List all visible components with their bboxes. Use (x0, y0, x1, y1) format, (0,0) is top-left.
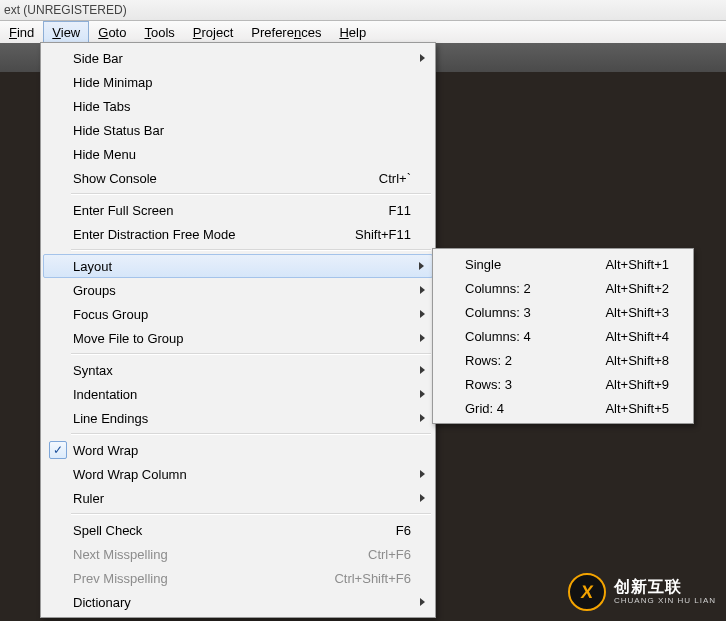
menu-bar: Find View Goto Tools Project Preferences… (0, 21, 726, 44)
chevron-right-icon (420, 310, 425, 318)
layout-submenu: SingleAlt+Shift+1 Columns: 2Alt+Shift+2 … (432, 248, 694, 424)
chevron-right-icon (420, 470, 425, 478)
menu-project[interactable]: Project (184, 21, 242, 43)
chevron-right-icon (420, 366, 425, 374)
item-indentation[interactable]: Indentation (43, 382, 433, 406)
separator (71, 249, 431, 251)
logo-text-pinyin: CHUANG XIN HU LIAN (614, 597, 716, 605)
item-prev-misspelling: Prev MisspellingCtrl+Shift+F6 (43, 566, 433, 590)
logo-icon: X (568, 573, 606, 611)
item-syntax[interactable]: Syntax (43, 358, 433, 382)
window-title: ext (UNREGISTERED) (0, 0, 726, 21)
chevron-right-icon (420, 286, 425, 294)
menu-view[interactable]: View (43, 21, 89, 43)
menu-preferences[interactable]: Preferences (242, 21, 330, 43)
layout-rows-2[interactable]: Rows: 2Alt+Shift+8 (435, 348, 691, 372)
separator (71, 193, 431, 195)
layout-single[interactable]: SingleAlt+Shift+1 (435, 252, 691, 276)
item-dictionary[interactable]: Dictionary (43, 590, 433, 614)
chevron-right-icon (420, 494, 425, 502)
item-enter-distraction-free[interactable]: Enter Distraction Free ModeShift+F11 (43, 222, 433, 246)
item-hide-menu[interactable]: Hide Menu (43, 142, 433, 166)
item-spell-check[interactable]: Spell CheckF6 (43, 518, 433, 542)
item-next-misspelling: Next MisspellingCtrl+F6 (43, 542, 433, 566)
item-line-endings[interactable]: Line Endings (43, 406, 433, 430)
chevron-right-icon (420, 598, 425, 606)
separator (71, 513, 431, 515)
menu-tools[interactable]: Tools (135, 21, 183, 43)
item-side-bar[interactable]: Side Bar (43, 46, 433, 70)
item-ruler[interactable]: Ruler (43, 486, 433, 510)
chevron-right-icon (419, 262, 424, 270)
item-hide-minimap[interactable]: Hide Minimap (43, 70, 433, 94)
view-dropdown: Side Bar Hide Minimap Hide Tabs Hide Sta… (40, 42, 436, 618)
item-hide-tabs[interactable]: Hide Tabs (43, 94, 433, 118)
separator (71, 433, 431, 435)
menu-help[interactable]: Help (330, 21, 375, 43)
chevron-right-icon (420, 390, 425, 398)
item-word-wrap[interactable]: ✓Word Wrap (43, 438, 433, 462)
item-layout[interactable]: Layout (43, 254, 433, 278)
watermark-logo: X 创新互联 CHUANG XIN HU LIAN (568, 573, 716, 611)
chevron-right-icon (420, 54, 425, 62)
layout-rows-3[interactable]: Rows: 3Alt+Shift+9 (435, 372, 691, 396)
layout-columns-2[interactable]: Columns: 2Alt+Shift+2 (435, 276, 691, 300)
layout-columns-3[interactable]: Columns: 3Alt+Shift+3 (435, 300, 691, 324)
layout-grid-4[interactable]: Grid: 4Alt+Shift+5 (435, 396, 691, 420)
item-move-file-to-group[interactable]: Move File to Group (43, 326, 433, 350)
menu-find[interactable]: Find (0, 21, 43, 43)
chevron-right-icon (420, 414, 425, 422)
item-groups[interactable]: Groups (43, 278, 433, 302)
item-word-wrap-column[interactable]: Word Wrap Column (43, 462, 433, 486)
separator (71, 353, 431, 355)
item-show-console[interactable]: Show ConsoleCtrl+` (43, 166, 433, 190)
item-hide-status-bar[interactable]: Hide Status Bar (43, 118, 433, 142)
chevron-right-icon (420, 334, 425, 342)
logo-text-cn: 创新互联 (614, 579, 716, 595)
item-focus-group[interactable]: Focus Group (43, 302, 433, 326)
layout-columns-4[interactable]: Columns: 4Alt+Shift+4 (435, 324, 691, 348)
item-enter-full-screen[interactable]: Enter Full ScreenF11 (43, 198, 433, 222)
check-icon: ✓ (49, 441, 67, 459)
menu-goto[interactable]: Goto (89, 21, 135, 43)
